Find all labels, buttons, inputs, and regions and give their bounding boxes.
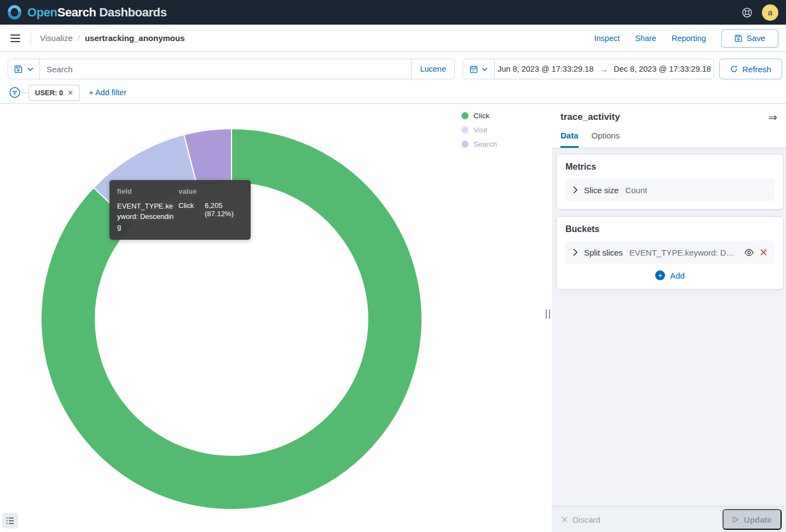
- legend-item-click[interactable]: Click: [461, 112, 497, 120]
- top-nav-row: Visualize / usertracking_anonymous Inspe…: [0, 25, 786, 52]
- chart-tooltip: field value EVENT_TYPE.keyword: Descendi…: [109, 180, 251, 240]
- tab-data[interactable]: Data: [560, 131, 579, 148]
- calendar-icon: [470, 65, 478, 73]
- filter-connector: [22, 92, 28, 93]
- tooltip-field: EVENT_TYPE.keyword: Descending: [117, 201, 178, 233]
- metrics-card: Metrics Slice size Count: [556, 154, 784, 210]
- date-range-end[interactable]: Dec 8, 2023 @ 17:33:29.18: [614, 65, 711, 73]
- metric-slice-size-row[interactable]: Slice size Count: [565, 178, 775, 201]
- search-input[interactable]: [40, 65, 411, 74]
- chevron-down-icon: [27, 67, 33, 71]
- legend-toggle-button[interactable]: [2, 513, 18, 529]
- legend-dot: [461, 141, 469, 148]
- chevron-down-icon: [482, 67, 488, 71]
- bucket-split-slices-row[interactable]: Split slices EVENT_TYPE.keyword: Descend…: [565, 241, 775, 264]
- save-floppy-icon: [14, 65, 22, 73]
- visualization-canvas: Click Visit Search field value EVENT_TYP…: [0, 104, 552, 532]
- app-header: OpenSearch Dashboards a: [0, 0, 786, 25]
- date-quick-select-button[interactable]: [463, 59, 495, 79]
- legend-item-search[interactable]: Search: [461, 140, 497, 148]
- date-picker: Jun 8, 2023 @ 17:33:29.18 → Dec 8, 2023 …: [463, 59, 714, 79]
- toggle-visibility-eye-icon[interactable]: [744, 249, 754, 256]
- inspect-link[interactable]: Inspect: [594, 34, 620, 43]
- legend-dot: [461, 126, 469, 134]
- help-lifebuoy-icon[interactable]: [741, 7, 753, 19]
- buckets-card: Buckets Split slices EVENT_TYPE.keyword:…: [556, 216, 784, 290]
- legend-item-visit[interactable]: Visit: [461, 126, 497, 134]
- menu-hamburger-icon[interactable]: [8, 31, 23, 45]
- opensearch-logo-icon: [7, 4, 22, 20]
- main-content: Click Visit Search field value EVENT_TYP…: [0, 104, 786, 532]
- opensearch-brand[interactable]: OpenSearch Dashboards: [7, 4, 166, 20]
- breadcrumb-visualize[interactable]: Visualize: [40, 33, 73, 43]
- close-icon: [562, 517, 568, 523]
- editor-footer: Discard Update: [552, 506, 786, 532]
- tab-options[interactable]: Options: [592, 131, 620, 148]
- tooltip-key: Click: [178, 201, 205, 210]
- donut-chart[interactable]: [0, 104, 552, 532]
- remove-bucket-icon[interactable]: [760, 249, 767, 256]
- breadcrumb-current: usertracking_anonymous: [85, 33, 185, 43]
- date-range-start[interactable]: Jun 8, 2023 @ 17:33:29.18: [498, 65, 593, 73]
- date-range: Jun 8, 2023 @ 17:33:29.18 → Dec 8, 2023 …: [495, 59, 714, 79]
- remove-filter-icon[interactable]: ✕: [67, 89, 73, 97]
- play-icon: [732, 516, 739, 523]
- save-button[interactable]: Save: [721, 29, 778, 48]
- user-avatar[interactable]: a: [762, 4, 778, 21]
- chevron-right-icon: [573, 248, 577, 256]
- plus-icon: +: [655, 270, 665, 280]
- visualization-editor-panel: trace_activity ⇒ Data Options Metrics Sl…: [552, 104, 786, 532]
- legend-dot: [461, 112, 469, 119]
- chart-legend: Click Visit Search: [461, 112, 497, 148]
- panel-title: trace_activity: [560, 112, 620, 123]
- panel-resize-handle[interactable]: [546, 309, 550, 319]
- filter-pill-user[interactable]: USER: 0 ✕: [28, 85, 80, 101]
- add-filter-link[interactable]: + Add filter: [89, 88, 126, 97]
- search-box: Lucene: [8, 59, 455, 79]
- editor-tabs: Data Options: [560, 131, 777, 148]
- buckets-heading: Buckets: [565, 224, 775, 234]
- saved-query-menu-button[interactable]: [8, 59, 40, 79]
- arrow-right-icon: →: [599, 65, 608, 74]
- query-language-toggle[interactable]: Lucene: [411, 59, 454, 79]
- refresh-icon: [730, 65, 738, 73]
- brand-title: OpenSearch Dashboards: [27, 5, 166, 20]
- chevron-right-icon: [573, 186, 577, 194]
- tooltip-field-header: field: [117, 187, 178, 195]
- filter-menu-icon[interactable]: [8, 85, 22, 100]
- query-section: Lucene Jun 8, 2023 @ 17:33:29.18 → De: [0, 52, 786, 104]
- nav-divider: [31, 31, 31, 45]
- breadcrumb: Visualize / usertracking_anonymous: [40, 33, 185, 43]
- discard-button[interactable]: Discard: [562, 515, 600, 524]
- collapse-panel-icon[interactable]: ⇒: [768, 112, 777, 123]
- refresh-button[interactable]: Refresh: [719, 59, 782, 79]
- add-bucket-button[interactable]: + Add: [655, 270, 685, 280]
- save-floppy-icon: [735, 34, 742, 42]
- reporting-link[interactable]: Reporting: [672, 34, 706, 43]
- update-button[interactable]: Update: [723, 509, 782, 530]
- tooltip-value: 6,205 (87.12%): [205, 201, 243, 218]
- tooltip-value-header: value: [178, 187, 243, 195]
- metrics-heading: Metrics: [565, 162, 775, 172]
- share-link[interactable]: Share: [635, 34, 656, 43]
